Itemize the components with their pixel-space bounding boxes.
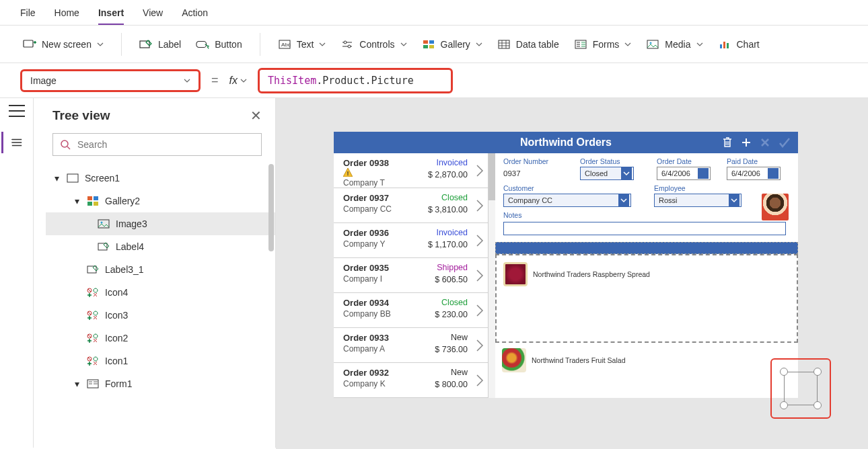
chevron-right-icon	[476, 164, 484, 177]
tree-search[interactable]	[52, 133, 262, 156]
order-list-item[interactable]: Order 0937Company CCClosed$ 3,810.00	[334, 188, 488, 223]
fx-button[interactable]: fx	[229, 75, 247, 87]
label-icon	[97, 241, 110, 252]
new-screen-button[interactable]: New screen	[19, 35, 108, 54]
notes-input[interactable]	[503, 222, 786, 235]
order-list-item[interactable]: Order 0934Company BBClosed$ 230.00	[334, 293, 488, 328]
tree-node-icon1[interactable]: Icon1	[46, 350, 275, 372]
button-icon	[196, 38, 209, 51]
cancel-x-icon[interactable]	[759, 136, 771, 149]
gallery-item[interactable]: Northwind Traders Raspberry Spread	[503, 259, 790, 289]
chart-dropdown[interactable]: Chart	[714, 35, 764, 54]
menu-view[interactable]: View	[143, 7, 163, 18]
label-customer: Customer	[503, 184, 631, 192]
order-list-item[interactable]: Order 0936Company YInvoiced$ 1,170.00	[334, 223, 488, 258]
close-panel-button[interactable]: ✕	[250, 108, 262, 124]
text-dropdown[interactable]: Abc Text	[274, 35, 330, 54]
svg-rect-19	[67, 174, 78, 182]
tree-search-input[interactable]	[77, 139, 254, 150]
order-status: New	[451, 333, 468, 342]
media-label: Media	[665, 39, 690, 50]
order-status: Shipped	[437, 263, 468, 272]
tree-node-icon3[interactable]: Icon3	[46, 304, 275, 327]
canvas[interactable]: Northwind Orders Order 0938 !Company TIn…	[276, 98, 868, 449]
checkmark-icon[interactable]	[778, 136, 791, 149]
menu-insert[interactable]: Insert	[98, 7, 124, 25]
caret-down-icon: ▾	[52, 173, 61, 183]
gallery-container[interactable]: Northwind Traders Raspberry Spread	[495, 254, 798, 343]
order-amount: $ 2,870.00	[428, 170, 468, 179]
order-list-item[interactable]: Order 0932Company KNew$ 800.00	[334, 363, 488, 398]
tree-view-rail-button[interactable]	[1, 132, 23, 153]
text-label: Text	[297, 39, 314, 50]
order-list-item[interactable]: Order 0935Company IShipped$ 606.50	[334, 258, 488, 293]
left-rail	[0, 98, 34, 448]
media-icon	[646, 38, 659, 51]
tree-label: Screen1	[85, 173, 120, 183]
forms-dropdown[interactable]: Forms	[570, 35, 636, 54]
tree-label: Icon2	[105, 333, 128, 343]
menu-file[interactable]: File	[20, 7, 36, 18]
formula-input[interactable]: ThisItem.Product.Picture	[258, 68, 453, 93]
product-name: Northwind Traders Fruit Salad	[532, 356, 625, 364]
label-edit-icon	[139, 38, 153, 51]
order-status-dropdown[interactable]: Closed	[580, 167, 634, 180]
tree-node-image3[interactable]: Image3	[46, 212, 275, 235]
order-status: New	[451, 368, 468, 377]
app-header: Northwind Orders	[334, 132, 798, 153]
svg-text:Abc: Abc	[281, 42, 291, 48]
label-button[interactable]: Label	[135, 35, 185, 54]
media-dropdown[interactable]: Media	[642, 35, 707, 54]
formula-token-thisitem: ThisItem	[268, 75, 316, 87]
controls-label: Controls	[359, 39, 394, 50]
gallery-item[interactable]: Northwind Traders Fruit Salad	[502, 345, 790, 375]
order-list-item[interactable]: Order 0933Company ANew$ 736.00	[334, 328, 488, 363]
svg-point-18	[61, 140, 68, 147]
tree-node-form1[interactable]: ▾ Form1	[46, 372, 275, 395]
employee-value: Rossi	[659, 196, 678, 204]
tree-scrollbar[interactable]	[268, 164, 274, 251]
order-date-picker[interactable]: 6/4/2006	[657, 167, 711, 180]
svg-rect-13	[647, 40, 658, 48]
formula-token-rest: .Product.Picture	[316, 75, 414, 87]
label-order-date: Order Date	[657, 157, 717, 165]
chevron-down-icon	[729, 194, 739, 206]
hamburger-icon[interactable]	[9, 105, 25, 117]
screen-icon	[66, 173, 79, 183]
gallery-icon	[422, 38, 435, 51]
data-table-button[interactable]: Data table	[493, 35, 563, 54]
chevron-right-icon	[476, 339, 484, 352]
tree-node-screen1[interactable]: ▾ Screen1	[46, 167, 275, 190]
controls-dropdown[interactable]: Controls	[336, 35, 410, 54]
data-table-label: Data table	[516, 39, 559, 50]
text-icon: Abc	[278, 38, 291, 51]
tree-node-icon4[interactable]: Icon4	[46, 281, 275, 304]
orders-scrollbar[interactable]	[489, 153, 495, 398]
tree-node-icon2[interactable]: Icon2	[46, 327, 275, 350]
paid-date-picker[interactable]: 6/4/2006	[727, 167, 781, 180]
property-dropdown[interactable]: Image	[20, 69, 201, 92]
trash-icon[interactable]	[721, 136, 733, 149]
chevron-right-icon	[476, 199, 484, 212]
caret-down-icon: ▾	[73, 378, 81, 389]
product-image[interactable]	[503, 262, 528, 286]
tree-node-label3-1[interactable]: Label3_1	[46, 258, 275, 281]
customer-dropdown[interactable]: Company CC	[503, 194, 631, 207]
employee-dropdown[interactable]: Rossi	[654, 194, 742, 207]
gallery-label: Gallery	[441, 39, 470, 50]
orders-list[interactable]: Order 0938 !Company TInvoiced$ 2,870.00O…	[334, 153, 489, 398]
plus-icon[interactable]	[740, 136, 752, 149]
tree-label: Gallery2	[105, 196, 140, 206]
tree-node-gallery2[interactable]: ▾ Gallery2	[46, 190, 275, 212]
button-button[interactable]: Button	[192, 35, 246, 54]
chevron-right-icon	[476, 269, 484, 282]
product-image[interactable]	[502, 348, 526, 372]
svg-rect-2	[196, 41, 207, 47]
chevron-down-icon	[696, 41, 703, 48]
menu-home[interactable]: Home	[55, 7, 79, 18]
app-preview[interactable]: Northwind Orders Order 0938 !Company TIn…	[334, 132, 798, 398]
gallery-dropdown[interactable]: Gallery	[418, 35, 486, 54]
menu-action[interactable]: Action	[182, 7, 208, 18]
tree-node-label4[interactable]: Label4	[46, 235, 275, 258]
order-list-item[interactable]: Order 0938 !Company TInvoiced$ 2,870.00	[334, 153, 488, 188]
